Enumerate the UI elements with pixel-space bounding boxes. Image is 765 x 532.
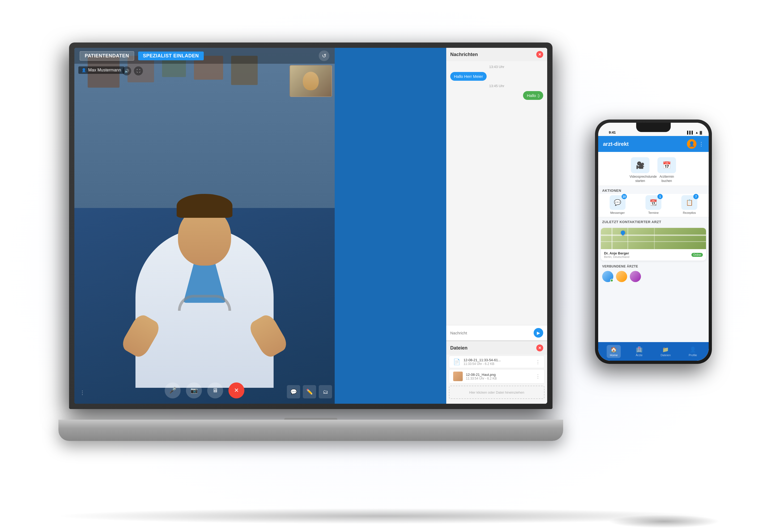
rezeptlos-icon: 📋 (686, 199, 693, 206)
messages-title: Nachrichten (450, 52, 478, 57)
rezeptlos-action[interactable]: 📋 7 Rezeptlos (681, 195, 697, 214)
messenger-badge: 10 (622, 194, 627, 199)
patientendaten-button[interactable]: PATIENTENDATEN (80, 51, 134, 61)
app-content: 🎥 Videosprechstunde starten 📅 Arzttermin… (598, 152, 709, 342)
connected-doctor-1[interactable] (602, 271, 613, 282)
map-road-h1 (601, 235, 706, 236)
nav-home-label: Home (610, 353, 618, 357)
file-drop-zone[interactable]: Hier klicken oder Datei hineinziehen (449, 386, 544, 399)
video-area: PATIENTENDATEN SPEZIALIST EINLADEN ↺ 👤 M… (74, 48, 335, 404)
laptop: PATIENTENDATEN SPEZIALIST EINLADEN ↺ 👤 M… (58, 43, 563, 441)
screen-share-button[interactable]: 🖥 (207, 382, 223, 398)
files-title: Dateien (450, 345, 467, 351)
close-messages-button[interactable]: ✕ (536, 51, 543, 58)
camera-button[interactable]: 📷 (186, 382, 202, 398)
status-icons: ▌▌▌ ▲ ▓ (687, 131, 702, 134)
status-time: 9:41 (609, 130, 616, 134)
doctor-info-text: Dr. Anje Berger Berlin, Deutschland (604, 251, 629, 259)
message-input-row: ▶ (446, 325, 547, 340)
wifi-icon: ▲ (695, 131, 698, 134)
message-time-2: 13:45 Uhr (450, 84, 543, 88)
file-1-meta: 11:33:54 Uhr - 6.2 KB (463, 362, 532, 366)
nav-aerzte-label: Ärzte (636, 353, 642, 357)
file-1-info: 12-08-21_11:33-54-61... 11:33:54 Uhr - 6… (463, 358, 532, 366)
rezeptlos-badge: 7 (693, 194, 699, 199)
spezialist-button[interactable]: SPEZIALIST EINLADEN (138, 52, 204, 60)
phone: 9:41 ▌▌▌ ▲ ▓ arzt-direkt 👤 ⋮ (595, 120, 712, 364)
file-1-more-button[interactable]: ⋮ (535, 359, 540, 365)
phone-shadow (608, 515, 720, 528)
nav-dateien[interactable]: 📁 Dateien (657, 345, 674, 358)
refresh-button[interactable]: ↺ (319, 50, 330, 61)
message-input[interactable] (450, 331, 534, 335)
phone-notch (636, 123, 671, 132)
video-call-action[interactable]: 🎥 Videosprechstunde starten (629, 157, 651, 183)
termine-action[interactable]: 📆 1 Termine (645, 195, 661, 214)
messages-section: Nachrichten ✕ 13:43 Uhr Hallo Herr Meier… (446, 48, 547, 341)
doctor-card-info: Dr. Anje Berger Berlin, Deutschland Onli… (601, 249, 706, 261)
file-thumbnail (453, 371, 463, 381)
appointment-action[interactable]: 📅 Arzttermin buchen (656, 157, 677, 183)
connected-doctor-3[interactable] (630, 271, 641, 282)
small-video-thumbnail (290, 65, 332, 97)
drop-zone-label: Hier klicken oder Datei hineinziehen (469, 390, 524, 394)
appointment-label: Arzttermin buchen (656, 175, 677, 183)
profile-icon: 👤 (690, 346, 696, 353)
messenger-icon: 💬 (614, 199, 621, 206)
termine-badge: 1 (657, 194, 663, 199)
top-bar: PATIENTENDATEN SPEZIALIST EINLADEN ↺ (74, 48, 335, 64)
messages-header: Nachrichten ✕ (446, 48, 547, 61)
action-icons-row: 💬 10 Messenger 📆 1 Termine (598, 194, 709, 217)
video-call-icon: 🎥 (631, 157, 649, 173)
map-road-v1 (611, 228, 612, 249)
nav-home[interactable]: 🏠 Home (607, 345, 621, 358)
volume-icon[interactable]: 🔊 (122, 66, 131, 75)
mic-button[interactable]: 🎤 (165, 382, 181, 398)
messenger-action[interactable]: 💬 10 Messenger (610, 195, 625, 214)
person-icon: 👤 (82, 68, 86, 72)
dateien-icon: 📁 (662, 346, 669, 353)
file-2-meta: 11:33:54 Uhr - 6.2 KB (466, 377, 532, 380)
stethoscope (178, 295, 231, 311)
nav-profile[interactable]: 👤 Profile (686, 345, 700, 358)
nav-aerzte[interactable]: 🏥 Ärzte (632, 345, 646, 358)
app-logo: arzt-direkt (603, 141, 687, 147)
signal-icon: ▌▌▌ (687, 131, 694, 134)
map-road-v2 (627, 228, 628, 249)
nav-dateien-label: Dateien (661, 353, 671, 357)
fullscreen-icon[interactable]: ⛶ (134, 66, 143, 75)
doctor-map (601, 228, 706, 249)
laptop-lid: PATIENTENDATEN SPEZIALIST EINLADEN ↺ 👤 M… (69, 43, 552, 409)
scene: PATIENTENDATEN SPEZIALIST EINLADEN ↺ 👤 M… (0, 0, 765, 532)
close-files-button[interactable]: ✕ (536, 344, 543, 351)
nav-profile-label: Profile (689, 353, 697, 357)
messenger-label: Messenger (610, 211, 624, 214)
verbundene-label: VERBUNDENE ÄRZTE (598, 263, 709, 269)
battery-icon: ▓ (700, 131, 702, 134)
file-item-2: 12-08-21_Haut.png 11:33:54 Uhr - 6.2 KB … (449, 369, 544, 383)
rezeptlos-label: Rezeptlos (683, 211, 696, 214)
send-button[interactable]: ▶ (534, 328, 543, 337)
small-video-inner (290, 66, 332, 96)
files-header: Dateien ✕ (446, 341, 547, 354)
call-controls: 🎤 📷 🖥 ✕ (74, 382, 335, 398)
file-2-info: 12-08-21_Haut.png 11:33:54 Uhr - 6.2 KB (466, 373, 532, 380)
map-road-h2 (601, 241, 706, 242)
connected-doctors-row (598, 269, 709, 283)
connected-doctor-2[interactable] (616, 271, 627, 282)
map-road-v3 (654, 228, 655, 249)
video-call-label: Videosprechstunde starten (629, 175, 651, 183)
laptop-body (58, 420, 563, 441)
user-avatar[interactable]: 👤 (687, 139, 696, 149)
app-more-button[interactable]: ⋮ (699, 141, 704, 147)
end-call-button[interactable]: ✕ (229, 382, 244, 398)
doctor-name: Dr. Anje Berger (604, 251, 629, 255)
file-2-name: 12-08-21_Haut.png (466, 373, 532, 377)
rezeptlos-icon-box: 📋 7 (681, 195, 697, 210)
online-dot-1 (610, 279, 613, 282)
zuletzt-label: ZULETZT KONTAKTIERTER ARZT (598, 217, 709, 225)
message-bubble-received: Hallo Herr Meier (450, 72, 487, 81)
doctor-video (74, 48, 335, 404)
file-2-more-button[interactable]: ⋮ (535, 373, 540, 379)
video-controls: 🔊 ⛶ (122, 66, 143, 75)
